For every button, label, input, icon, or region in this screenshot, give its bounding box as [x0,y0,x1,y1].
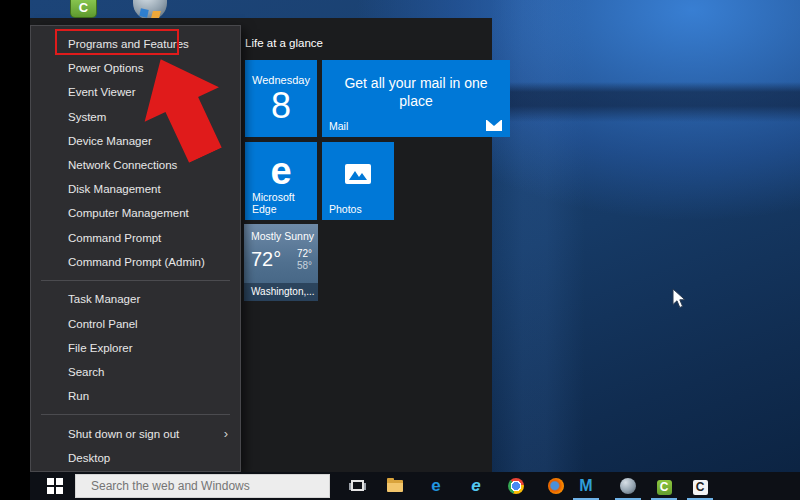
weather-condition: Mostly Sunny [244,224,318,242]
edge-icon[interactable]: e [427,477,445,495]
edge-logo-icon: e [245,150,317,193]
firefox-icon[interactable] [547,477,565,495]
menu-item-search[interactable]: Search [31,360,240,384]
calendar-day-number: 8 [245,86,317,126]
mouse-cursor [672,288,686,309]
taskbar: e e M C C [30,472,800,500]
task-view-icon[interactable] [348,477,366,495]
tile-mail[interactable]: Get all your mail in one place Mail [322,60,510,137]
start-button windows-logo-icon[interactable] [47,478,63,494]
envelope-icon [486,120,502,131]
menu-divider [31,408,240,422]
edge-label: Microsoft Edge [252,191,317,215]
search-input[interactable] [76,475,329,497]
menu-item-control-panel[interactable]: Control Panel [31,312,240,336]
file-explorer-icon[interactable] [386,477,404,495]
desktop-sphere-icon[interactable] [133,0,167,20]
tile-calendar[interactable]: Wednesday 8 [245,60,317,137]
menu-item-desktop[interactable]: Desktop [31,446,240,470]
weather-low: 58° [297,260,312,272]
menu-divider [31,274,240,288]
malwarebytes-icon[interactable]: M [577,477,595,495]
mail-label: Mail [329,120,348,132]
screen: C Life at a glance Wednesday 8 Get all y… [0,0,800,500]
weather-location: Washington,... [244,283,318,301]
weather-temperature: 72° [251,248,297,271]
menu-item-command-prompt[interactable]: Command Prompt [31,226,240,250]
tile-group-title: Life at a glance [245,37,323,49]
menu-item-shut-down-or-sign-out[interactable]: Shut down or sign out › [31,422,240,446]
menu-item-network-connections[interactable]: Network Connections [31,153,240,177]
menu-item-run[interactable]: Run [31,384,240,408]
taskbar-search[interactable] [75,474,330,498]
desktop-camtasia-icon[interactable]: C [70,0,97,18]
mail-headline: Get all your mail in one place [322,60,510,110]
submenu-chevron-icon: › [224,422,228,446]
menu-item-computer-management[interactable]: Computer Management [31,201,240,225]
menu-item-file-explorer[interactable]: File Explorer [31,336,240,360]
menu-item-disk-management[interactable]: Disk Management [31,177,240,201]
photos-icon [345,164,371,184]
menu-item-command-prompt-admin[interactable]: Command Prompt (Admin) [31,250,240,274]
photos-label: Photos [329,203,362,215]
chrome-icon[interactable] [507,477,525,495]
camtasia-recorder-icon[interactable]: C [691,477,709,495]
tile-microsoft-edge[interactable]: e Microsoft Edge [245,142,317,220]
shut-down-label: Shut down or sign out [68,422,179,446]
menu-item-task-manager[interactable]: Task Manager [31,287,240,311]
annotation-highlight-box [55,29,179,55]
tile-photos[interactable]: Photos [322,142,394,220]
weather-high: 72° [297,248,312,260]
camtasia-icon[interactable]: C [655,477,673,495]
internet-explorer-icon[interactable]: e [467,477,485,495]
media-sphere-icon[interactable] [619,477,637,495]
tile-weather[interactable]: Mostly Sunny 72° 72° 58° Washington,... [244,224,318,301]
